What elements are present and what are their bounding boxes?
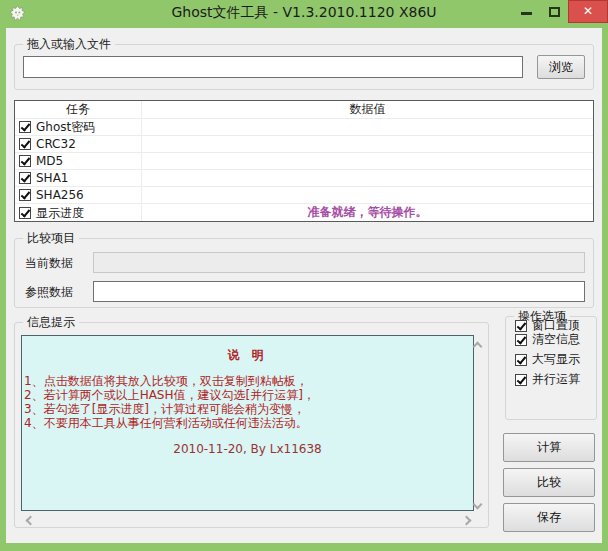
option-uppercase-display[interactable]: 大写显示 [515, 351, 580, 368]
scroll-down-icon[interactable] [473, 500, 483, 510]
table-row: SHA1 [15, 170, 593, 187]
title-bar[interactable]: Ghost文件工具 - V1.3.2010.1120 X86U ✕ [0, 0, 608, 28]
task-value[interactable] [142, 119, 593, 135]
info-heading: 说 明 [22, 347, 473, 364]
option-parallel-compute[interactable]: 并行运算 [515, 371, 580, 388]
checkbox-clear-info[interactable] [515, 334, 527, 346]
close-button[interactable]: ✕ [568, 0, 608, 23]
compare-group-label: 比较项目 [23, 230, 79, 247]
file-group: 拖入或输入文件 浏览 [14, 44, 594, 90]
table-header: 任务 数据值 [15, 101, 593, 119]
status-text: 准备就绪，等待操作。 [142, 204, 593, 221]
column-header-task: 任务 [15, 101, 142, 118]
task-label: SHA1 [36, 170, 68, 186]
compare-group: 比较项目 当前数据 参照数据 [14, 238, 594, 308]
task-label: 显示进度 [36, 205, 84, 221]
checkbox-parallel-compute[interactable] [515, 374, 527, 386]
app-window: Ghost文件工具 - V1.3.2010.1120 X86U ✕ 拖入或输入文… [0, 0, 608, 551]
client-area: 拖入或输入文件 浏览 任务 数据值 Ghost密码 CRC32 [6, 28, 602, 543]
info-textarea[interactable]: 说 明 1、点击数据值将其放入比较项，双击复制到粘帖板， 2、若计算两个或以上H… [21, 335, 474, 511]
window-title: Ghost文件工具 - V1.3.2010.1120 X86U [0, 4, 608, 22]
scroll-left-icon[interactable] [26, 516, 36, 526]
task-value[interactable] [142, 153, 593, 169]
current-data-label: 当前数据 [25, 255, 73, 272]
checkbox-window-on-top[interactable] [515, 320, 527, 332]
task-label: Ghost密码 [36, 119, 95, 135]
info-footer: 2010-11-20, By Lx11638 [22, 442, 473, 456]
option-label: 清空信息 [532, 331, 580, 348]
checkbox-crc32[interactable] [19, 138, 31, 150]
table-row: 显示进度 准备就绪，等待操作。 [15, 204, 593, 221]
table-row: MD5 [15, 153, 593, 170]
options-group: 操作选项 窗口置顶 清空信息 大写显示 并行运算 [505, 316, 597, 420]
compare-button[interactable]: 比较 [503, 468, 595, 497]
option-clear-info[interactable]: 清空信息 [515, 331, 580, 348]
info-line: 2、若计算两个或以上HASH值，建议勾选[并行运算]， [24, 388, 473, 402]
browse-button[interactable]: 浏览 [537, 55, 585, 79]
checkbox-show-progress[interactable] [19, 207, 31, 219]
info-line: 4、不要用本工具从事任何营利活动或任何违法活动。 [24, 416, 473, 430]
task-value[interactable] [142, 136, 593, 152]
task-value[interactable] [142, 170, 593, 186]
scroll-up-icon[interactable] [473, 342, 483, 352]
info-group: 信息提示 说 明 1、点击数据值将其放入比较项，双击复制到粘帖板， 2、若计算两… [14, 322, 489, 528]
option-label: 大写显示 [532, 351, 580, 368]
task-label: SHA256 [36, 187, 84, 203]
checkbox-ghost-password[interactable] [19, 121, 31, 133]
checkbox-uppercase-display[interactable] [515, 354, 527, 366]
minimize-icon[interactable] [521, 12, 532, 15]
file-path-input[interactable] [23, 56, 523, 78]
reference-data-input[interactable] [93, 281, 585, 302]
table-row: Ghost密码 [15, 119, 593, 136]
task-label: MD5 [36, 153, 63, 169]
checkbox-sha1[interactable] [19, 172, 31, 184]
info-line: 1、点击数据值将其放入比较项，双击复制到粘帖板， [24, 374, 473, 388]
reference-data-label: 参照数据 [25, 284, 73, 301]
save-button[interactable]: 保存 [503, 503, 595, 532]
task-table: 任务 数据值 Ghost密码 CRC32 MD5 [14, 100, 594, 222]
table-row: SHA256 [15, 187, 593, 204]
checkbox-sha256[interactable] [19, 189, 31, 201]
table-row: CRC32 [15, 136, 593, 153]
column-header-value: 数据值 [142, 101, 593, 118]
current-data-input [93, 252, 585, 273]
info-group-label: 信息提示 [23, 314, 79, 331]
task-label: CRC32 [36, 136, 76, 152]
maximize-icon[interactable] [549, 7, 560, 17]
checkbox-md5[interactable] [19, 155, 31, 167]
info-line: 3、若勾选了[显示进度]，计算过程可能会稍为变慢， [24, 402, 473, 416]
calculate-button[interactable]: 计算 [503, 433, 595, 462]
file-group-label: 拖入或输入文件 [23, 36, 115, 53]
option-label: 并行运算 [532, 371, 580, 388]
scroll-right-icon[interactable] [462, 516, 472, 526]
task-value[interactable] [142, 187, 593, 203]
